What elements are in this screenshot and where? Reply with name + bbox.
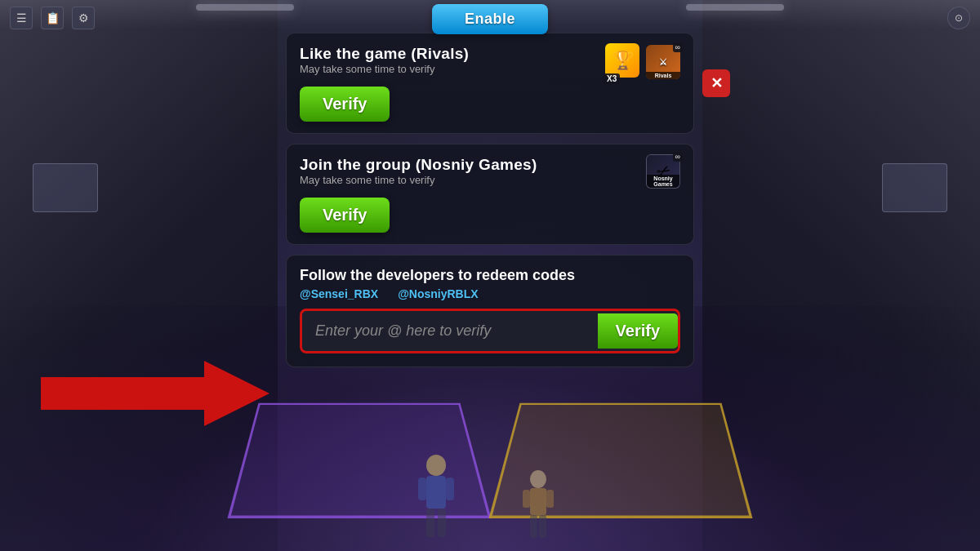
game-icon-wrapper-like: ⚔ Rivals ∞ (646, 45, 680, 79)
quest-title-like: Like the game (Rivals) (300, 45, 469, 63)
profile-icon[interactable]: ⊙ (947, 7, 970, 29)
quest-icons-group: ✂ Nosniy Games ∞ (646, 154, 680, 189)
input-verify-button[interactable]: Verify (598, 313, 678, 349)
svg-rect-3 (418, 478, 426, 500)
quest-title-group: Join the group (Nosniy Games) (300, 156, 537, 174)
svg-rect-10 (546, 490, 554, 508)
game-icon-wrapper-group: ✂ Nosniy Games ∞ (646, 154, 680, 189)
svg-rect-11 (530, 515, 537, 538)
quest-info-like: Like the game (Rivals) May take some tim… (300, 45, 469, 83)
handle-sensei[interactable]: @Sensei_RBX (300, 287, 378, 300)
close-button-like[interactable]: ✕ (702, 69, 730, 97)
svg-rect-4 (446, 478, 454, 500)
game-icon-text-like: ⚔ (659, 57, 667, 68)
follow-title: Follow the developers to redeem codes (300, 267, 680, 284)
infinity-badge-like: ∞ (673, 42, 683, 52)
game-label-group: Nosniy Games (647, 175, 679, 188)
verify-button-like[interactable]: Verify (300, 87, 390, 122)
side-screen-right (882, 163, 947, 212)
ceiling-light-left (196, 4, 294, 11)
enable-button[interactable]: Enable (432, 4, 548, 34)
quest-card-like-game: Like the game (Rivals) May take some tim… (286, 33, 694, 134)
quest-card-header-like: Like the game (Rivals) May take some tim… (300, 45, 680, 83)
reward-icon-like: 🏆 X3 (605, 43, 643, 81)
svg-rect-6 (438, 509, 446, 537)
x3-badge: X3 (604, 73, 620, 84)
quest-card-join-group: Join the group (Nosniy Games) May take s… (286, 144, 694, 245)
svg-rect-8 (530, 488, 546, 515)
svg-rect-2 (426, 476, 446, 509)
reward-badge-like: 🏆 (605, 43, 639, 78)
svg-point-7 (530, 470, 546, 488)
top-right-area: ⊙ (947, 7, 970, 29)
ceiling-light-right (686, 4, 784, 11)
quest-card-header-group: Join the group (Nosniy Games) May take s… (300, 156, 680, 194)
quest-subtitle-like: May take some time to verify (300, 63, 469, 75)
svg-rect-9 (523, 490, 530, 508)
at-input[interactable] (302, 311, 598, 351)
menu-icon[interactable]: ☰ (10, 7, 33, 29)
svg-marker-0 (41, 361, 270, 426)
infinity-badge-group: ∞ (673, 152, 683, 162)
character-right (518, 469, 559, 551)
quest-icons-like: 🏆 X3 ⚔ Rivals ∞ (605, 43, 680, 81)
character-left (412, 453, 461, 551)
settings-icon[interactable]: ⚙ (72, 7, 95, 29)
verify-input-row: Verify (300, 309, 680, 353)
verify-button-group[interactable]: Verify (300, 198, 390, 233)
follow-card: Follow the developers to redeem codes @S… (286, 255, 694, 367)
quest-info-group: Join the group (Nosniy Games) May take s… (300, 156, 537, 194)
red-arrow (41, 357, 270, 430)
main-panel: Like the game (Rivals) May take some tim… (286, 33, 694, 377)
svg-rect-5 (426, 509, 434, 537)
handle-nosniy[interactable]: @NosniyRBLX (398, 287, 478, 300)
top-bar: ☰ 📋 ⚙ (10, 7, 95, 29)
enable-button-container: Enable (432, 4, 548, 34)
svg-rect-12 (539, 515, 546, 538)
side-screen-left (33, 163, 98, 212)
svg-point-1 (426, 455, 446, 476)
game-label-like: Rivals (646, 72, 680, 79)
inventory-icon[interactable]: 📋 (41, 7, 64, 29)
quest-subtitle-group: May take some time to verify (300, 174, 537, 186)
follow-handles: @Sensei_RBX @NosniyRBLX (300, 287, 680, 300)
